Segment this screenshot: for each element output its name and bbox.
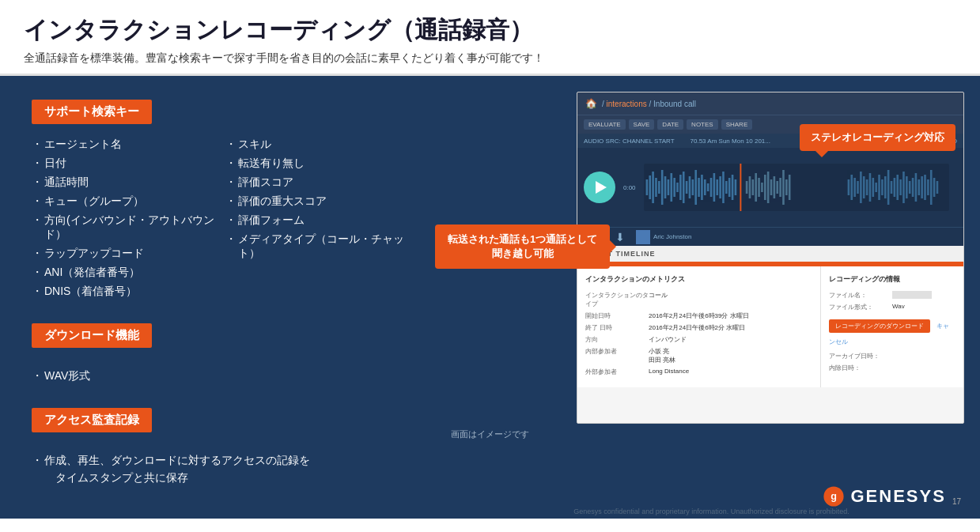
page-subtitle: 全通話録音を標準装備。豊富な検索キーで探す手間を省き目的の会話に素早くたどり着く… [24, 51, 956, 66]
row-label: 外部参加者 [585, 368, 649, 376]
svg-rect-37 [766, 172, 769, 203]
svg-rect-40 [776, 181, 778, 194]
archive-label: アーカイブ日時： [829, 352, 892, 360]
callout-stereo-bubble: ステレオレコーディング対応 [800, 124, 955, 151]
toolbar-btn[interactable]: SAVE [629, 119, 655, 130]
row-value: コール [649, 291, 668, 308]
list-item: 日付 [32, 154, 225, 173]
svg-rect-60 [890, 181, 892, 194]
svg-rect-55 [875, 183, 877, 192]
file-format-value: Wav [892, 303, 905, 311]
timeline-header: EVENT TIMELINE [577, 246, 963, 262]
svg-rect-21 [709, 178, 712, 197]
file-name-row: ファイル名： [829, 291, 955, 300]
svg-rect-56 [878, 175, 880, 200]
right-section-title: レコーディングの情報 [829, 274, 955, 285]
row-label: インタラクションのタイプ [585, 291, 649, 308]
svg-rect-3 [655, 178, 657, 197]
search-col-2: スキル 転送有り無し 評価スコア 評価の重大スコア 評価フォーム メディアタイプ… [225, 135, 419, 301]
right-info-panel: レコーディングの情報 ファイル名： ファイル形式： Wav レコーディングのダウ… [821, 266, 963, 387]
svg-rect-59 [887, 170, 889, 205]
svg-rect-70 [921, 176, 923, 198]
file-name-value [892, 291, 932, 299]
list-item: エージェント名 [32, 135, 225, 154]
row-value: Long Distance [649, 368, 689, 376]
svg-rect-1 [649, 175, 651, 199]
access-badge: アクセス監査記録 [32, 408, 152, 432]
svg-rect-6 [664, 176, 666, 198]
genesys-icon: g [823, 485, 845, 507]
svg-rect-72 [927, 179, 929, 195]
play-button[interactable] [584, 172, 615, 203]
genesys-logo: g GENESYS 17 [823, 485, 962, 507]
download-actions: レコーディングのダウンロード キャンセル [829, 316, 955, 347]
bottom-section: インタラクションのメトリクス インタラクションのタイプ コール 開始日時 201… [577, 266, 963, 387]
row-end: 終了 日時 2016年2月24日午後6時2分 水曜日 [585, 323, 812, 332]
svg-rect-65 [906, 176, 908, 198]
access-description: 作成、再生、ダウンロードに対するアクセスの記録を タイムスタンプと共に保存 [32, 451, 419, 487]
svg-rect-35 [761, 183, 763, 192]
svg-rect-71 [924, 175, 926, 200]
svg-rect-61 [893, 178, 895, 197]
svg-rect-54 [872, 178, 874, 197]
download-section: ダウンロード機能 WAV形式 [32, 323, 419, 386]
svg-rect-2 [652, 172, 654, 203]
svg-rect-27 [728, 178, 730, 197]
row-label: 終了 日時 [585, 323, 649, 332]
download-badge: ダウンロード機能 [32, 323, 152, 348]
agent-name: Aric Johnston [653, 233, 691, 240]
row-start: 開始日時 2016年2月24日午後6時39分 水曜日 [585, 311, 812, 320]
list-item: ANI（発信者番号） [32, 263, 225, 282]
list-item: WAV形式 [32, 367, 419, 386]
svg-rect-49 [857, 181, 859, 194]
svg-rect-38 [770, 179, 772, 195]
toolbar-btn[interactable]: NOTES [687, 119, 718, 130]
left-section-title: インタラクションのメトリクス [585, 274, 812, 285]
toolbar-btn[interactable]: SHARE [721, 119, 753, 130]
svg-rect-43 [785, 179, 788, 195]
svg-rect-74 [933, 178, 935, 197]
agent-info: Aric Johnston [636, 230, 691, 244]
svg-rect-69 [918, 179, 920, 195]
svg-rect-62 [896, 175, 899, 200]
waveform-display [644, 164, 949, 211]
svg-rect-44 [788, 175, 790, 200]
svg-rect-33 [755, 173, 757, 202]
row-value: インバウンド [649, 335, 687, 344]
list-item: 評価フォーム [225, 211, 419, 230]
list-item: スキル [225, 135, 419, 154]
svg-rect-14 [688, 176, 691, 198]
svg-rect-17 [698, 178, 700, 197]
genesys-brand-name: GENESYS [851, 486, 946, 507]
svg-rect-67 [911, 178, 914, 197]
svg-rect-48 [853, 178, 856, 197]
download-icon[interactable]: ⬇ [615, 231, 625, 243]
svg-rect-7 [667, 179, 669, 195]
download-button[interactable]: レコーディングのダウンロード [829, 319, 930, 333]
svg-rect-73 [930, 170, 933, 205]
toolbar-btn[interactable]: EVALUATE [584, 119, 626, 130]
svg-rect-50 [860, 172, 862, 203]
svg-rect-23 [716, 179, 718, 195]
svg-rect-32 [751, 179, 754, 195]
svg-rect-64 [902, 172, 905, 203]
list-item: ラップアップコード [32, 244, 225, 263]
svg-rect-19 [704, 179, 706, 195]
svg-rect-52 [865, 179, 868, 195]
svg-rect-28 [731, 175, 733, 200]
list-item: 通話時間 [32, 173, 225, 192]
svg-rect-39 [773, 176, 775, 198]
right-panel: 転送された通話も1つ通話として聞き越し可能 ステレオレコーディング対応 🏠 / … [443, 76, 980, 519]
svg-rect-24 [719, 176, 721, 198]
svg-rect-46 [847, 179, 849, 195]
svg-rect-75 [936, 181, 938, 194]
file-format-label: ファイル形式： [829, 303, 892, 311]
svg-rect-11 [679, 175, 682, 200]
toolbar-btn[interactable]: DATE [657, 119, 683, 130]
header-section: インタラクションレコーディング（通話録音） 全通話録音を標準装備。豊富な検索キー… [0, 0, 980, 76]
svg-rect-10 [676, 183, 679, 192]
row-label: 内部参加者 [585, 347, 649, 364]
delete-label: 内除日時： [829, 364, 892, 372]
svg-rect-51 [863, 176, 865, 198]
row-external: 外部参加者 Long Distance [585, 368, 812, 376]
